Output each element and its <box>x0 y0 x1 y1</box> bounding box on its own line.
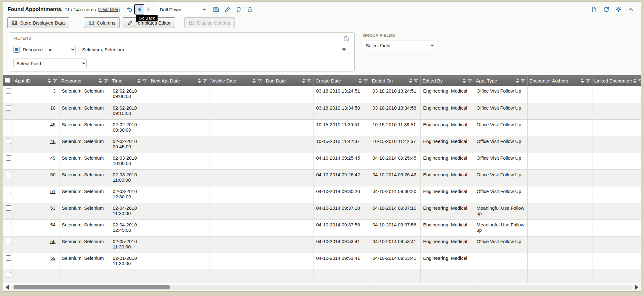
filter-funnel-icon[interactable] <box>307 78 312 83</box>
group-field-select[interactable]: Select Field <box>363 41 435 50</box>
collapse-panel-button[interactable] <box>626 5 635 14</box>
appt-id-link[interactable]: 45 <box>50 122 56 127</box>
filter-funnel-icon[interactable] <box>521 78 525 83</box>
cell-edited-on: 10-15-2010 11:39:51 <box>370 119 420 136</box>
row-checkbox[interactable] <box>6 88 11 94</box>
filter-funnel-icon[interactable] <box>203 78 207 83</box>
sort-arrows-icon[interactable] <box>581 78 584 83</box>
row-checkbox[interactable] <box>6 105 11 111</box>
drill-down-select[interactable]: Drill Down <box>157 5 207 14</box>
go-back-button[interactable] <box>134 4 144 14</box>
cell-edited-on: 04-10-2014 09:53:41 <box>370 236 420 253</box>
store-displayed-data-button[interactable]: Store Displayed Data <box>7 17 69 28</box>
sort-arrows-icon[interactable] <box>99 78 102 83</box>
pencil-icon <box>224 6 231 13</box>
appt-id-link[interactable]: 49 <box>50 155 56 161</box>
cell-create-date: 10-15-2010 11:39:51 <box>314 119 370 136</box>
filter-funnel-icon[interactable] <box>467 78 472 83</box>
column-header-time[interactable]: Time <box>110 75 149 86</box>
row-checkbox[interactable] <box>6 172 11 177</box>
cell-edited-by: Engineering, Medical <box>420 253 474 270</box>
appt-id-link[interactable]: 56 <box>50 239 56 244</box>
filter-funnel-icon[interactable] <box>414 78 419 83</box>
clear-filters-icon[interactable] <box>343 36 349 43</box>
sort-arrows-icon[interactable] <box>253 78 256 83</box>
row-checkbox[interactable] <box>6 239 11 244</box>
filter-funnel-icon[interactable] <box>53 78 57 83</box>
row-checkbox[interactable] <box>6 272 11 277</box>
row-checkbox[interactable] <box>6 189 11 194</box>
cell-empty <box>527 270 592 283</box>
row-checkbox[interactable] <box>6 222 11 227</box>
filter-funnel-icon[interactable] <box>363 78 368 83</box>
appt-id-link[interactable]: 51 <box>50 189 56 194</box>
row-checkbox[interactable] <box>6 122 11 127</box>
cell-time: 02-03-2010 11:00:00 <box>110 169 149 186</box>
appt-id-link[interactable]: 50 <box>50 172 56 177</box>
sort-arrows-icon[interactable] <box>358 78 362 83</box>
delete-view-button[interactable] <box>234 5 243 14</box>
sort-arrows-icon[interactable] <box>463 78 466 83</box>
combo-dropdown-icon[interactable] <box>342 48 346 51</box>
scrollbar-thumb[interactable] <box>14 285 170 289</box>
column-header-appt-id[interactable]: Appt ID <box>13 75 59 86</box>
filter-funnel-icon[interactable] <box>638 78 641 83</box>
column-header-edited-by[interactable]: Edited By <box>420 75 474 86</box>
add-filter-field-select[interactable]: Select Field <box>14 59 86 68</box>
cell-visible-date <box>209 236 264 253</box>
row-checkbox[interactable] <box>6 205 11 211</box>
appt-id-link[interactable]: 53 <box>50 205 56 211</box>
filter-funnel-icon[interactable] <box>586 78 590 83</box>
column-header-linked-encounters[interactable]: Linked Encounters <box>592 75 641 86</box>
save-view-button[interactable] <box>212 5 220 14</box>
sort-arrows-icon[interactable] <box>409 78 412 83</box>
row-checkbox[interactable] <box>6 155 11 161</box>
filter-funnel-icon[interactable] <box>257 78 262 83</box>
columns-button[interactable]: Columns <box>84 17 120 28</box>
column-header-visible-date[interactable]: Visible Date <box>209 75 264 86</box>
scroll-left-arrow[interactable] <box>6 285 9 290</box>
sort-arrows-icon[interactable] <box>302 78 305 83</box>
column-header-next-apt-date[interactable]: Next Apt Date <box>149 75 209 86</box>
cell-resource: Selenium, Selenium <box>59 103 110 119</box>
cell-next-apt-date <box>149 219 209 236</box>
appt-id-link[interactable]: 54 <box>50 222 56 227</box>
column-header-encounter-authors[interactable]: Encounter Authors <box>527 75 592 86</box>
filter-value-combobox[interactable]: Selenium, Selenium <box>79 45 350 54</box>
cell-resource: Selenium, Selenium <box>59 203 110 219</box>
column-header-resource[interactable]: Resource <box>59 75 110 86</box>
refresh-button[interactable] <box>602 5 611 14</box>
scrollbar-track[interactable] <box>11 285 633 290</box>
appt-id-link[interactable]: 59 <box>50 255 56 261</box>
sort-arrows-icon[interactable] <box>633 78 636 83</box>
filter-funnel-icon[interactable] <box>103 78 108 83</box>
sort-arrows-icon[interactable] <box>48 78 51 83</box>
edit-view-button[interactable] <box>223 5 232 14</box>
cell-edited-by: Engineering, Medical <box>420 136 474 153</box>
row-checkbox[interactable] <box>6 139 11 144</box>
select-all-checkbox[interactable] <box>5 77 10 83</box>
cell-linked-encounters <box>592 103 641 119</box>
appt-id-link[interactable]: 3 <box>53 88 55 94</box>
scroll-right-arrow[interactable] <box>635 285 638 290</box>
column-header-appt-type[interactable]: Appt Type <box>474 75 527 86</box>
sort-arrows-icon[interactable] <box>137 78 141 83</box>
column-header-edited-on[interactable]: Edited On <box>370 75 420 86</box>
clear-filter-link[interactable]: (clear filter) <box>98 7 120 12</box>
appt-id-link[interactable]: 10 <box>50 105 56 111</box>
filter-operator-select[interactable]: in <box>46 45 75 54</box>
new-document-button[interactable] <box>590 5 598 14</box>
column-header-due-date[interactable]: Due Date <box>264 75 314 86</box>
sort-arrows-icon[interactable] <box>516 78 519 83</box>
appt-id-link[interactable]: 46 <box>50 139 56 144</box>
filter-active-checkbox[interactable] <box>14 47 19 53</box>
row-checkbox[interactable] <box>6 255 11 261</box>
lock-view-button[interactable] <box>246 5 254 14</box>
column-header-create-date[interactable]: Create Date <box>314 75 370 86</box>
cell-create-date: 04-10-2014 09:37:10 <box>314 203 370 219</box>
filter-funnel-icon[interactable] <box>142 78 147 83</box>
sort-arrows-icon[interactable] <box>198 78 201 83</box>
settings-button[interactable] <box>614 5 623 14</box>
cell-visible-date <box>209 86 264 103</box>
undo-button[interactable] <box>125 5 134 14</box>
